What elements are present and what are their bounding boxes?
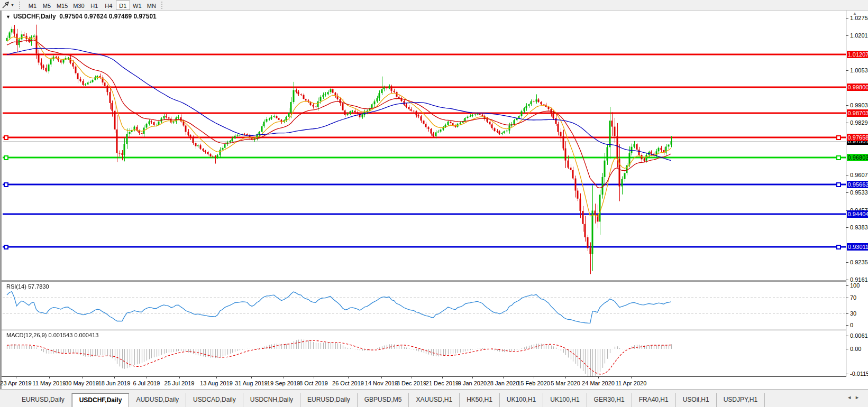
axis-tick-mark — [846, 336, 848, 336]
macd-tick-label: 0.00 — [850, 346, 861, 352]
tab-usdcnh-daily[interactable]: USDCNH,Daily — [243, 393, 300, 407]
axis-tick-mark — [846, 35, 848, 36]
timeframe-button-m5[interactable]: M5 — [40, 1, 54, 10]
axis-tick-mark — [846, 349, 848, 349]
date-axis[interactable]: 23 Apr 201911 May 201930 May 201918 Jun … — [2, 377, 868, 389]
timeframe-toolbar: ▼ M1M5M15M30H1H4D1W1MN — [0, 0, 868, 11]
tab-uk100-h1[interactable]: UK100,H1 — [500, 393, 543, 407]
line-price-label[interactable]: 0.99800 — [847, 84, 868, 91]
chart-dropdown-icon[interactable]: ▼ — [6, 14, 11, 20]
timeframe-button-mn[interactable]: MN — [144, 1, 159, 10]
tab-hk50-h1[interactable]: HK50,H1 — [460, 393, 500, 407]
date-tick-mark — [534, 377, 534, 378]
date-tick-mark — [412, 377, 412, 378]
tab-xauusd-h1[interactable]: XAUUSD,H1 — [409, 393, 460, 407]
axis-tick-mark — [846, 280, 848, 280]
tab-uk100-h1[interactable]: UK100,H1 — [543, 393, 587, 407]
chart-symbol-label: USDCHF,Daily — [13, 13, 56, 20]
tab-gbpusd-m5[interactable]: GBPUSD,M5 — [358, 393, 409, 407]
timeframe-button-w1[interactable]: W1 — [130, 1, 144, 10]
date-tick-mark — [314, 377, 314, 378]
line-price-label[interactable]: 0.96803 — [847, 154, 868, 161]
tab-usdchf-daily[interactable]: USDCHF,Daily — [72, 393, 130, 407]
price-tick-label: 0.95330 — [850, 189, 868, 196]
rsi-tick-label: 70 — [850, 294, 856, 301]
price-axis[interactable]: ▲ 1.027501.020101.005300.990300.982900.9… — [846, 11, 868, 389]
macd-panel[interactable] — [3, 330, 846, 376]
axis-tick-mark — [846, 262, 848, 263]
axis-tick-mark — [846, 105, 848, 106]
tab-usdcad-daily[interactable]: USDCAD,Daily — [186, 393, 243, 407]
tab-scroll-arrows: ◄► — [847, 395, 863, 400]
tab-ger30-h1[interactable]: GER30,H1 — [587, 393, 632, 407]
symbol-tab-bar: EURUSD,DailyUSDCHF,DailyAUDUSD,DailyUSDC… — [0, 389, 868, 407]
axis-tick-mark — [846, 325, 848, 326]
rsi-indicator-label: RSI(14) 57.7830 — [6, 283, 49, 290]
axis-tick-mark — [846, 70, 848, 71]
line-price-label[interactable]: 1.01207 — [847, 51, 868, 58]
axis-tick-mark — [846, 298, 848, 298]
date-tick-mark — [284, 377, 284, 378]
symbol-tabs: EURUSD,DailyUSDCHF,DailyAUDUSD,DailyUSDC… — [15, 393, 765, 407]
tab-scroll-right-icon[interactable]: ► — [855, 395, 863, 400]
date-tick-mark — [16, 377, 16, 378]
axis-tick-mark — [846, 18, 848, 18]
macd-tick-label: -0.011531 — [850, 371, 868, 377]
tab-audusd-daily[interactable]: AUDUSD,Daily — [129, 393, 186, 407]
price-tick-label: 0.98290 — [850, 119, 868, 126]
axis-tick-mark — [846, 285, 848, 286]
line-price-label[interactable]: 0.94404 — [847, 210, 868, 218]
price-tick-label: 0.93830 — [850, 224, 868, 230]
tab-fra40-h1[interactable]: FRA40,H1 — [632, 393, 676, 407]
timeframe-button-h4[interactable]: H4 — [102, 1, 116, 10]
chart-window: ▼USDCHF,Daily 0.97504 0.97624 0.97469 0.… — [0, 11, 868, 389]
tab-usoil-h1[interactable]: USOil,H1 — [676, 393, 717, 407]
macd-tick-label: 0.006167 — [850, 332, 868, 339]
tab-eurusd-daily[interactable]: EURUSD,Daily — [15, 393, 72, 407]
price-tick-label: 1.02010 — [850, 32, 868, 39]
date-tick-mark — [472, 377, 473, 378]
date-tick-mark — [114, 377, 115, 378]
chart-cursor-glyph — [2, 2, 9, 8]
date-tick-mark — [82, 377, 83, 378]
timeframe-button-m1[interactable]: M1 — [25, 1, 40, 10]
rsi-tick-label: 0 — [850, 322, 853, 328]
timeframe-buttons: M1M5M15M30H1H4D1W1MN — [25, 1, 159, 10]
date-tick-mark — [216, 377, 217, 378]
timeframe-button-m30[interactable]: M30 — [70, 1, 87, 10]
chart-title: ▼USDCHF,Daily 0.97504 0.97624 0.97469 0.… — [6, 13, 157, 20]
date-tick-mark — [251, 377, 252, 378]
tab-usdjpy-h1[interactable]: USDJPY,H1 — [717, 393, 765, 407]
chevron-down-icon[interactable]: ▼ — [11, 3, 14, 7]
timeframe-button-m15[interactable]: M15 — [54, 1, 70, 10]
tab-eurusd-daily[interactable]: EURUSD,Daily — [300, 393, 358, 407]
axis-tick-mark — [846, 192, 848, 193]
date-tick-mark — [179, 377, 180, 378]
date-tick-mark — [503, 377, 504, 378]
tab-scroll-left-icon[interactable]: ◄ — [847, 395, 855, 400]
main-price-chart[interactable] — [3, 15, 846, 280]
line-price-label[interactable]: 0.93011 — [847, 243, 868, 251]
line-price-label[interactable]: 0.97658 — [847, 134, 868, 141]
date-tick-label: 25 Jul 2019 — [158, 380, 200, 386]
chart-cursor-icon[interactable] — [0, 1, 11, 10]
axis-tick-mark — [846, 313, 848, 314]
axis-tick-mark — [846, 374, 848, 374]
line-price-label[interactable]: 0.98703 — [847, 109, 868, 117]
axis-tick-mark — [846, 175, 848, 175]
date-tick-mark — [565, 377, 566, 378]
line-price-label[interactable]: 0.95663 — [847, 181, 868, 188]
rsi-panel[interactable] — [3, 282, 846, 329]
date-tick-mark — [49, 377, 50, 378]
date-tick-mark — [442, 377, 443, 378]
axis-tick-mark — [846, 227, 848, 228]
rsi-tick-label: 100 — [850, 282, 860, 289]
price-tick-label: 1.00530 — [850, 67, 868, 73]
chart-ohlc-values: 0.97504 0.97624 0.97469 0.97501 — [59, 13, 157, 20]
timeframe-button-d1[interactable]: D1 — [116, 1, 130, 10]
date-tick-mark — [147, 377, 147, 378]
date-tick-label: 11 Apr 2020 — [610, 380, 652, 386]
toolbar-grip-2 — [161, 2, 165, 9]
price-tick-label: 0.92350 — [850, 259, 868, 265]
timeframe-button-h1[interactable]: H1 — [87, 1, 102, 10]
